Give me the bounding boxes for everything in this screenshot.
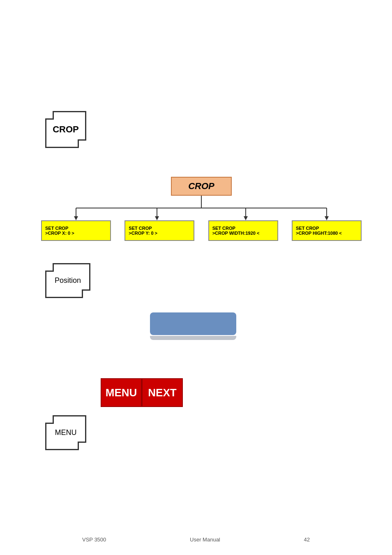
crop-root-node: CROP bbox=[171, 177, 232, 196]
menu-button[interactable]: MENU bbox=[101, 378, 142, 407]
svg-marker-9 bbox=[325, 216, 329, 220]
child-node-1: SET CROP >CROP Y: 0 > bbox=[125, 220, 194, 241]
svg-marker-6 bbox=[74, 216, 78, 220]
page: CROP CROP SET bbox=[0, 0, 392, 555]
menu-next-area: MENU NEXT bbox=[101, 378, 183, 407]
child-line2-3: >CROP HIGHT:1080 < bbox=[296, 231, 357, 236]
child-line2-1: >CROP Y: 0 > bbox=[129, 231, 190, 236]
child-line1-0: SET CROP bbox=[45, 226, 107, 231]
next-button[interactable]: NEXT bbox=[142, 378, 183, 407]
child-node-0: SET CROP >CROP X: 0 > bbox=[41, 220, 111, 241]
child-line1-3: SET CROP bbox=[296, 226, 357, 231]
blue-rect bbox=[150, 312, 236, 335]
child-node-3: SET CROP >CROP HIGHT:1080 < bbox=[292, 220, 362, 241]
footer-left: VSP 3500 bbox=[82, 536, 106, 543]
menu-icon-box: MENU bbox=[45, 415, 86, 450]
tree-root: CROP bbox=[41, 177, 362, 196]
menu-icon-label: MENU bbox=[55, 428, 77, 437]
crop-icon-box: CROP bbox=[45, 111, 86, 148]
footer-center: User Manual bbox=[190, 536, 220, 543]
child-line2-0: >CROP X: 0 > bbox=[45, 231, 107, 236]
child-node-2: SET CROP >CROP WIDTH:1920 < bbox=[208, 220, 278, 241]
position-icon-label: Position bbox=[55, 276, 81, 285]
position-icon-box: Position bbox=[45, 263, 90, 298]
svg-marker-8 bbox=[244, 216, 248, 220]
blue-rect-shadow bbox=[150, 336, 236, 340]
tree-diagram: CROP SET CROP >CROP X: 0 > bbox=[41, 177, 362, 241]
blue-rect-container bbox=[148, 312, 238, 339]
child-line1-1: SET CROP bbox=[129, 226, 190, 231]
svg-marker-7 bbox=[155, 216, 159, 220]
crop-icon-label: CROP bbox=[53, 124, 79, 135]
child-line1-2: SET CROP bbox=[212, 226, 274, 231]
footer: VSP 3500 User Manual 42 bbox=[0, 536, 392, 543]
tree-connectors bbox=[41, 196, 362, 220]
child-line2-2: >CROP WIDTH:1920 < bbox=[212, 231, 274, 236]
footer-right: 42 bbox=[304, 536, 310, 543]
tree-children: SET CROP >CROP X: 0 > SET CROP >CROP Y: … bbox=[41, 220, 362, 241]
